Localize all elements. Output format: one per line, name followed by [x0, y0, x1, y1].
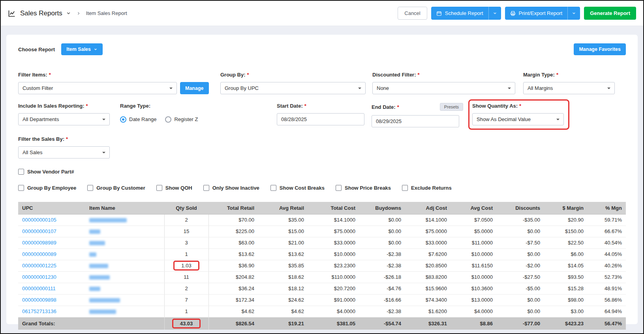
filter-items-label: Filter Items: — [18, 72, 47, 78]
upc-cell: 000000009898 — [18, 294, 85, 306]
schedule-report-button[interactable]: Schedule Report — [431, 7, 501, 20]
include-in-sales-select[interactable]: All Departments — [19, 114, 109, 125]
presets-button[interactable]: Presets — [440, 103, 463, 111]
item-name-link-redacted[interactable] — [89, 264, 108, 268]
discounts-cell: $0.00 — [497, 226, 544, 237]
checkbox-show-cost-breaks[interactable]: Show Cost Breaks — [270, 185, 325, 191]
checkbox-label: Show Cost Breaks — [280, 185, 325, 191]
upc-link[interactable]: 000000001230 — [22, 274, 56, 280]
chevron-down-icon[interactable] — [66, 11, 71, 16]
total-retail-cell: $204.82 — [208, 271, 258, 283]
report-type-dropdown[interactable]: Item Sales — [61, 43, 103, 55]
checkbox-exclude-returns[interactable]: Exclude Returns — [402, 185, 452, 191]
grand-totals-adj-cost-cell: $326.31 — [405, 317, 451, 330]
filter-sales-by-group: Filter the Sales By:* All Sales — [18, 136, 110, 159]
margin-type-select[interactable]: All Margins — [524, 82, 614, 94]
generate-report-button[interactable]: Generate Report — [584, 7, 636, 20]
include-in-sales-select-wrap: All Departments — [18, 113, 110, 125]
discounted-filter-select[interactable]: None — [373, 82, 515, 94]
table-row: 0000000989893$63.00$21.00$33.0000$0.00$3… — [18, 237, 626, 248]
table-row: 0000000000891$13.62$13.62$10.0000-$2.38$… — [18, 248, 626, 260]
item-name-link-redacted[interactable] — [89, 310, 116, 314]
group-by-select[interactable]: Group By UPC — [221, 82, 365, 94]
schedule-report-dropdown-caret[interactable] — [488, 7, 501, 20]
grand-totals-total-cost-cell: $381.05 — [308, 317, 359, 330]
checkbox-box-icon[interactable] — [203, 185, 209, 191]
group-by-select-wrap: Group By UPC — [220, 82, 366, 94]
upc-link[interactable]: 000000001225 — [22, 263, 56, 269]
required-asterisk: * — [418, 72, 420, 78]
start-date-input[interactable] — [277, 113, 364, 125]
end-date-input[interactable] — [372, 115, 459, 127]
margin-type-label: Margin Type: — [523, 72, 555, 78]
checkbox-group-by-customer[interactable]: Group By Customer — [87, 185, 145, 191]
radio-register-z[interactable]: Register Z — [165, 116, 198, 123]
discounts-cell: -$5.00 — [497, 283, 544, 294]
upc-link[interactable]: 061752713136 — [22, 308, 56, 314]
upc-link[interactable]: 000000000111 — [22, 285, 56, 291]
checkbox-group-by-employee[interactable]: Group By Employee — [18, 185, 76, 191]
checkbox-box-icon[interactable] — [336, 185, 342, 191]
show-quantity-as-group: Show Quantity As:* Show As Decimal Value — [472, 103, 564, 125]
total-cost-cell: $91.0000 — [308, 294, 359, 306]
upc-link[interactable]: 000000000105 — [22, 217, 56, 223]
checkbox-label: Exclude Returns — [411, 185, 452, 191]
chevron-down-icon — [94, 47, 98, 51]
upc-link[interactable]: 000000000089 — [22, 251, 56, 257]
item-name-cell — [85, 226, 164, 237]
qty-sold-cell: 1.03 — [164, 260, 208, 271]
checkbox-box-icon[interactable] — [87, 185, 93, 191]
upc-link[interactable]: 000000009898 — [22, 297, 56, 303]
checkbox-box-icon[interactable] — [18, 169, 24, 175]
item-name-link-redacted[interactable] — [89, 241, 105, 245]
column-header: Total Cost — [308, 202, 359, 214]
checkbox-box-icon[interactable] — [18, 185, 24, 191]
item-name-link-redacted[interactable] — [89, 252, 96, 257]
qty-annotation-highlight: 1.03 — [173, 261, 199, 271]
avg-cost-cell: $4.0000 — [451, 306, 497, 317]
column-header: Avg Retail — [258, 202, 308, 214]
upc-link[interactable]: 000000000107 — [22, 228, 56, 234]
buydowns-cell: -$4.76 — [359, 283, 405, 294]
item-name-link-redacted[interactable] — [89, 287, 100, 291]
checkbox-show-qoh[interactable]: Show QOH — [156, 185, 192, 191]
filter-items-select-wrap: Custom Filter — [18, 82, 177, 94]
total-retail-cell: $36.90 — [208, 260, 258, 271]
filter-items-select[interactable]: Custom Filter — [19, 82, 176, 94]
qty-sold-cell: 1 — [164, 248, 208, 260]
show-quantity-as-select[interactable]: Show As Decimal Value — [473, 114, 563, 125]
filter-sales-by-select[interactable]: All Sales — [19, 147, 109, 158]
print-export-dropdown-caret[interactable] — [567, 7, 580, 20]
group-by-group: Group By:* Group By UPC — [220, 72, 372, 94]
manage-favorites-button[interactable]: Manage Favorites — [574, 43, 626, 55]
item-name-link-redacted[interactable] — [89, 230, 100, 234]
group-by-label: Group By: — [220, 72, 246, 78]
checkbox-show-vendor-part-label: Show Vendor Part# — [27, 169, 74, 175]
line-chart-icon — [8, 9, 16, 17]
checkbox-show-vendor-part[interactable]: Show Vendor Part# — [18, 169, 626, 175]
margin-cell: $93.50 — [544, 271, 588, 283]
item-name-cell — [85, 237, 164, 248]
margin-cell: $15.28 — [544, 283, 588, 294]
radio-date-range[interactable]: Date Range — [120, 116, 156, 123]
show-quantity-as-select-wrap: Show As Decimal Value — [472, 113, 564, 125]
checkbox-box-icon[interactable] — [270, 185, 276, 191]
checkbox-show-price-breaks[interactable]: Show Price Breaks — [336, 185, 391, 191]
grand-totals-row: Grand Totals:43.03$826.54$19.21$381.05-$… — [18, 317, 626, 330]
page-title: Sales Reports — [20, 9, 62, 17]
end-date-label: End Date: — [372, 104, 396, 110]
checkbox-box-icon[interactable] — [156, 185, 162, 191]
table-row: 00000000123011$204.82$18.62$110.0000-$26… — [18, 271, 626, 283]
checkbox-only-show-inactive[interactable]: Only Show Inactive — [203, 185, 259, 191]
grand-totals-total-retail-cell: $826.54 — [208, 317, 258, 330]
upc-link[interactable]: 000000098989 — [22, 240, 56, 246]
print-export-button[interactable]: Print/Export Report — [505, 7, 580, 20]
adj-cost-cell: $33.0000 — [405, 237, 451, 248]
item-name-link-redacted[interactable] — [89, 275, 110, 280]
manage-filter-button[interactable]: Manage — [180, 82, 209, 94]
margin-cell: $20.90 — [544, 214, 588, 226]
cancel-button[interactable]: Cancel — [398, 7, 427, 20]
item-name-link-redacted[interactable] — [89, 298, 120, 302]
checkbox-box-icon[interactable] — [402, 185, 408, 191]
item-name-link-redacted[interactable] — [89, 218, 127, 222]
